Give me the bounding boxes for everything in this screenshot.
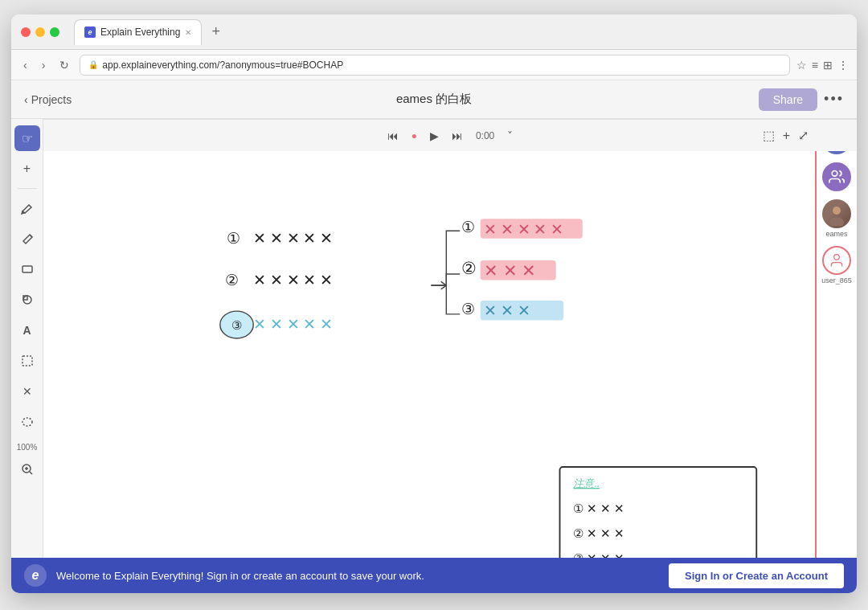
pointer-tool-button[interactable]: ☞ <box>14 125 40 151</box>
svg-rect-1 <box>23 266 32 272</box>
fast-forward-button[interactable]: ⏭ <box>452 129 463 142</box>
svg-text:③: ③ <box>461 301 475 317</box>
svg-text:✕ ✕ ✕ ✕ ✕: ✕ ✕ ✕ ✕ ✕ <box>484 221 563 238</box>
user-avatar-865[interactable] <box>822 246 851 275</box>
lock-icon: 🔒 <box>88 60 98 69</box>
rewind-button[interactable]: ⏮ <box>387 129 399 142</box>
add-slide-button[interactable]: + <box>783 129 790 143</box>
header-right: Share ••• <box>759 88 844 111</box>
svg-text:注意..: 注意.. <box>573 477 600 489</box>
zoom-in-button[interactable] <box>14 456 40 482</box>
svg-line-0 <box>30 235 32 237</box>
bottom-toolbar: ⏮ ● ▶ ⏭ 0:00 ˅ ⬚ + ⤢ <box>43 119 857 151</box>
time-display: 0:00 <box>476 130 494 141</box>
banner-logo: e <box>24 564 47 587</box>
tab-label: Explain Everything <box>100 27 180 38</box>
users-icon[interactable] <box>822 162 851 191</box>
user-label-eames: eames <box>825 230 847 238</box>
banner-message: Welcome to Explain Everything! Sign in o… <box>56 570 669 582</box>
more-options-button[interactable]: ••• <box>824 91 844 108</box>
banner: e Welcome to Explain Everything! Sign in… <box>11 558 857 593</box>
svg-text:✕ ✕ ✕ ✕ ✕: ✕ ✕ ✕ ✕ ✕ <box>253 316 333 333</box>
svg-rect-4 <box>23 356 32 366</box>
share-button[interactable]: Share <box>759 88 817 111</box>
favicon: e <box>84 27 96 38</box>
svg-point-34 <box>829 217 844 226</box>
svg-text:✕ ✕ ✕: ✕ ✕ ✕ <box>484 262 535 280</box>
pencil-tool-button[interactable] <box>14 226 40 252</box>
play-button[interactable]: ▶ <box>430 129 439 142</box>
svg-line-9 <box>30 472 32 474</box>
svg-point-5 <box>23 418 32 426</box>
svg-point-32 <box>832 171 837 177</box>
text-tool-button[interactable]: A <box>14 317 40 343</box>
svg-rect-3 <box>23 296 27 300</box>
url-text: app.explaineverything.com/?anonymous=tru… <box>102 59 343 71</box>
app-header: ‹ Projects eames 的白板 Share ••• <box>11 80 857 119</box>
browser-tab[interactable]: e Explain Everything ✕ <box>74 19 202 45</box>
more-button[interactable]: ˅ <box>507 129 513 142</box>
svg-text:② ✕ ✕ ✕: ② ✕ ✕ ✕ <box>573 527 624 540</box>
user-label-865: user_865 <box>821 276 852 285</box>
back-button[interactable]: ‹ <box>19 57 31 73</box>
more-options-icon[interactable]: ⋮ <box>837 59 849 72</box>
app-container: ‹ Projects eames 的白板 Share ••• ☞ + <box>11 80 857 593</box>
refresh-button[interactable]: ↻ <box>55 57 73 73</box>
main-area: ☞ + <box>11 119 857 558</box>
url-bar[interactable]: 🔒 app.explaineverything.com/?anonymous=t… <box>80 55 789 76</box>
svg-text:①: ① <box>461 219 475 235</box>
user-panel: eames user_865 <box>815 119 857 558</box>
back-icon: ‹ <box>24 93 28 106</box>
whiteboard-title: eames 的白板 <box>396 92 472 107</box>
minimize-window-button[interactable] <box>35 27 45 37</box>
svg-text:✕ ✕ ✕  ✕ ✕: ✕ ✕ ✕ ✕ ✕ <box>253 272 333 289</box>
maximize-window-button[interactable] <box>50 27 59 37</box>
signin-button[interactable]: Sign In or Create an Account <box>669 563 844 588</box>
tab-close-button[interactable]: ✕ <box>185 28 191 37</box>
svg-point-35 <box>834 255 840 260</box>
clear-tool-button[interactable]: ✕ <box>14 379 40 404</box>
svg-text:①: ① <box>227 230 240 247</box>
extensions-icon[interactable]: ⊞ <box>823 59 833 72</box>
close-window-button[interactable] <box>21 27 31 37</box>
lasso-tool-button[interactable] <box>14 409 40 435</box>
whiteboard-drawing: ① ✕ ✕ ✕ ✕ ✕ ② ✕ ✕ ✕ ✕ ✕ ③ ✕ ✕ ✕ ✕ ✕ ① ✕ … <box>43 119 857 558</box>
back-to-projects-button[interactable]: ‹ Projects <box>24 93 72 106</box>
projects-label: Projects <box>31 93 72 106</box>
svg-point-33 <box>833 207 841 215</box>
user-avatar-eames[interactable] <box>822 199 851 228</box>
record-indicator: ● <box>411 130 417 141</box>
svg-text:① ✕ ✕ ✕: ① ✕ ✕ ✕ <box>573 502 624 515</box>
address-bar: ‹ › ↻ 🔒 app.explaineverything.com/?anony… <box>11 50 857 80</box>
frame-button[interactable]: ⬚ <box>763 128 775 143</box>
shape-tool-button[interactable] <box>14 287 40 313</box>
svg-text:✕ ✕ ✕: ✕ ✕ ✕ <box>484 302 530 319</box>
reader-icon[interactable]: ≡ <box>812 59 818 72</box>
titlebar: e Explain Everything ✕ + <box>11 14 857 50</box>
bookmark-icon[interactable]: ☆ <box>796 59 807 72</box>
select-tool-button[interactable] <box>14 348 40 374</box>
app-window: e Explain Everything ✕ + ‹ › ↻ 🔒 app.exp… <box>11 14 857 593</box>
forward-button[interactable]: › <box>38 57 50 73</box>
expand-button[interactable]: ⤢ <box>798 128 809 143</box>
canvas-area[interactable]: BOCHAP ① ✕ ✕ ✕ ✕ ✕ ② ✕ ✕ ✕ ✕ ✕ ③ ✕ ✕ ✕ ✕… <box>43 119 857 558</box>
zoom-level: 100% <box>17 443 38 452</box>
eraser-tool-button[interactable] <box>14 256 40 282</box>
toolbar-sidebar: ☞ + <box>11 119 43 558</box>
svg-text:②: ② <box>461 260 477 277</box>
address-bar-icons: ☆ ≡ ⊞ ⋮ <box>796 59 849 72</box>
add-tool-button[interactable]: + <box>14 156 40 182</box>
traffic-lights <box>21 27 59 37</box>
pen-tool-button[interactable] <box>14 195 40 221</box>
svg-text:②: ② <box>225 272 239 289</box>
svg-text:③ ✕ ✕ ✕: ③ ✕ ✕ ✕ <box>573 552 624 558</box>
svg-text:✕ ✕ ✕ ✕ ✕: ✕ ✕ ✕ ✕ ✕ <box>253 230 333 247</box>
bottom-right-icons: ⬚ + ⤢ <box>763 128 809 143</box>
new-tab-button[interactable]: + <box>211 23 220 40</box>
sidebar-divider-1 <box>18 188 37 189</box>
svg-text:③: ③ <box>231 319 242 332</box>
